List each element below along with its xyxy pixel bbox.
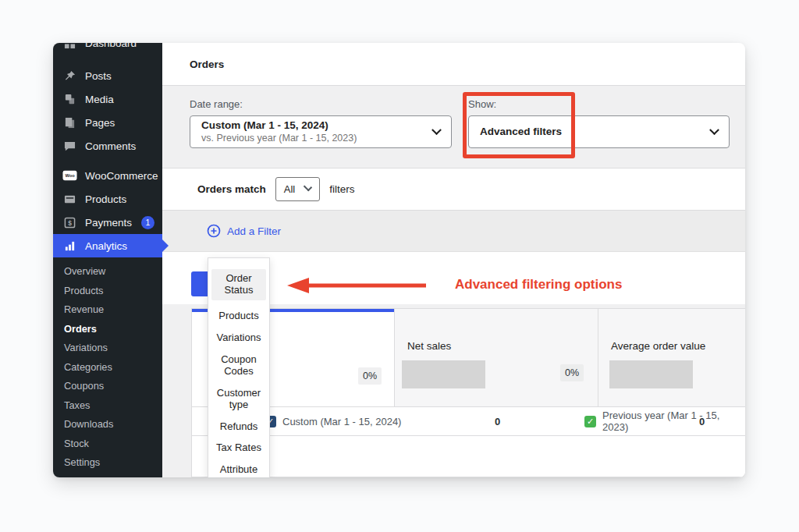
value-placeholder-block bbox=[402, 360, 485, 388]
annotation-text: Advanced filtering options bbox=[455, 277, 622, 293]
sidebar-item-label: Products bbox=[85, 193, 126, 205]
add-filter-dropdown-menu: Order Status Products Variations Coupon … bbox=[208, 257, 270, 477]
show-value: Advanced filters bbox=[480, 126, 711, 139]
chevron-down-icon bbox=[431, 125, 442, 135]
filter-menu-item-variations[interactable]: Variations bbox=[211, 332, 266, 344]
chart-legend: ✓ Custom (Mar 1 - 15, 2024) 0 ✓ Previous… bbox=[192, 406, 745, 436]
filter-menu-item-order-status[interactable]: Order Status bbox=[211, 269, 266, 300]
chart-area bbox=[192, 436, 745, 477]
summary-tiles: 0% Net sales 0% Average order value bbox=[192, 309, 745, 406]
submenu-item-coupons[interactable]: Coupons bbox=[53, 377, 162, 396]
sidebar-item-comments[interactable]: Comments bbox=[53, 134, 162, 158]
sidebar-item-label: WooCommerce bbox=[85, 170, 158, 182]
submenu-item-downloads[interactable]: Downloads bbox=[53, 415, 162, 434]
summary-tile-net-sales[interactable]: Net sales 0% bbox=[394, 309, 598, 406]
payments-icon: $ bbox=[62, 215, 77, 230]
filter-menu-item-attribute[interactable]: Attribute bbox=[211, 464, 266, 476]
dashboard-icon bbox=[62, 43, 77, 51]
tile-delta-badge: 0% bbox=[560, 364, 584, 381]
filter-menu-item-products[interactable]: Products bbox=[211, 310, 266, 322]
analytics-icon bbox=[62, 239, 77, 254]
match-select-value: All bbox=[284, 183, 295, 195]
active-menu-arrow bbox=[162, 239, 169, 252]
svg-text:$: $ bbox=[68, 218, 72, 226]
submenu-item-revenue[interactable]: Revenue bbox=[53, 300, 162, 320]
submenu-item-settings[interactable]: Settings bbox=[53, 453, 162, 473]
sidebar-item-label: Posts bbox=[85, 70, 112, 82]
tile-delta-badge: 0% bbox=[358, 367, 382, 385]
page-title: Orders bbox=[190, 59, 224, 70]
submenu-item-taxes[interactable]: Taxes bbox=[53, 396, 162, 416]
sidebar-item-label: Dashboard bbox=[85, 43, 137, 49]
sidebar-item-analytics[interactable]: Analytics bbox=[53, 234, 162, 257]
show-label: Show: bbox=[468, 98, 496, 110]
tile-label: Net sales bbox=[407, 340, 451, 352]
products-icon bbox=[62, 192, 77, 207]
sidebar-item-dashboard[interactable]: Dashboard bbox=[53, 43, 162, 54]
media-icon bbox=[62, 92, 77, 107]
admin-screenshot-card: Dashboard Posts Media Pages Comments bbox=[53, 43, 745, 477]
sidebar-item-posts[interactable]: Posts bbox=[53, 64, 162, 87]
sidebar-item-products[interactable]: Products bbox=[53, 187, 162, 211]
legend-label: Previous year (Mar 1 - 15, 2023) bbox=[602, 410, 745, 433]
sidebar-item-label: Payments bbox=[85, 217, 132, 229]
value-placeholder-block bbox=[609, 360, 693, 388]
sidebar-item-media[interactable]: Media bbox=[53, 87, 162, 111]
orders-report-panel: 0% Net sales 0% Average order value ✓ Cu… bbox=[191, 308, 745, 477]
chevron-down-icon bbox=[709, 125, 719, 135]
submenu-item-categories[interactable]: Categories bbox=[53, 358, 162, 378]
sidebar-item-payments[interactable]: $ Payments 1 bbox=[53, 211, 162, 234]
date-range-comparison: vs. Previous year (Mar 1 - 15, 2023) bbox=[201, 133, 433, 145]
filter-menu-item-customer-type[interactable]: Customer type bbox=[211, 388, 266, 411]
legend-label: Custom (Mar 1 - 15, 2024) bbox=[282, 416, 401, 427]
tile-label: Average order value bbox=[611, 340, 705, 352]
add-filter-button[interactable]: Add a Filter bbox=[227, 225, 281, 237]
admin-sidebar: Dashboard Posts Media Pages Comments bbox=[53, 43, 162, 477]
match-select[interactable]: All bbox=[275, 177, 320, 201]
analytics-submenu: Overview Products Revenue Orders Variati… bbox=[53, 257, 162, 473]
show-select[interactable]: Advanced filters bbox=[468, 115, 730, 148]
add-filter-row: Add a Filter bbox=[162, 211, 745, 251]
sidebar-item-label: Media bbox=[85, 94, 114, 105]
legend-item-previous-year[interactable]: ✓ Previous year (Mar 1 - 15, 2023) bbox=[584, 407, 745, 435]
filter-menu-item-refunds[interactable]: Refunds bbox=[211, 421, 266, 433]
comment-icon bbox=[62, 139, 77, 154]
filter-menu-item-tax-rates[interactable]: Tax Rates bbox=[211, 442, 266, 454]
legend-value: 0 bbox=[495, 407, 500, 435]
submenu-item-overview[interactable]: Overview bbox=[53, 262, 162, 282]
submenu-item-products[interactable]: Products bbox=[53, 282, 162, 301]
filter-match-row: Orders match All filters bbox=[162, 168, 745, 211]
svg-text:Woo: Woo bbox=[65, 173, 75, 178]
match-text-before: Orders match bbox=[197, 183, 266, 195]
sidebar-item-woocommerce[interactable]: Woo WooCommerce bbox=[53, 164, 162, 187]
checkbox-checked-icon[interactable]: ✓ bbox=[584, 416, 596, 427]
legend-item-custom[interactable]: ✓ Custom (Mar 1 - 15, 2024) bbox=[265, 407, 401, 435]
summary-tile-average-order-value[interactable]: Average order value bbox=[598, 309, 745, 406]
date-range-label: Date range: bbox=[190, 98, 243, 110]
sidebar-item-label: Analytics bbox=[85, 240, 127, 252]
sidebar-item-label: Pages bbox=[85, 117, 115, 129]
sidebar-item-label: Comments bbox=[85, 140, 136, 152]
pin-icon bbox=[62, 69, 77, 83]
submenu-item-stock[interactable]: Stock bbox=[53, 434, 162, 454]
legend-value: 0 bbox=[699, 407, 705, 435]
add-circle-icon[interactable] bbox=[207, 224, 221, 238]
chevron-down-icon bbox=[304, 183, 312, 191]
sidebar-item-pages[interactable]: Pages bbox=[53, 111, 162, 134]
date-range-value: Custom (Mar 1 - 15, 2024) bbox=[201, 119, 433, 133]
payments-count-badge: 1 bbox=[141, 216, 154, 229]
submenu-item-variations[interactable]: Variations bbox=[53, 339, 162, 358]
page-header: Orders bbox=[162, 43, 745, 86]
submenu-item-orders[interactable]: Orders bbox=[53, 320, 162, 339]
date-range-select[interactable]: Custom (Mar 1 - 15, 2024) vs. Previous y… bbox=[190, 115, 452, 148]
filter-menu-item-coupon-codes[interactable]: Coupon Codes bbox=[211, 354, 266, 378]
match-text-after: filters bbox=[329, 183, 354, 195]
woocommerce-icon: Woo bbox=[62, 168, 77, 183]
main-content: Orders Date range: Custom (Mar 1 - 15, 2… bbox=[162, 43, 745, 477]
pages-icon bbox=[62, 115, 77, 130]
